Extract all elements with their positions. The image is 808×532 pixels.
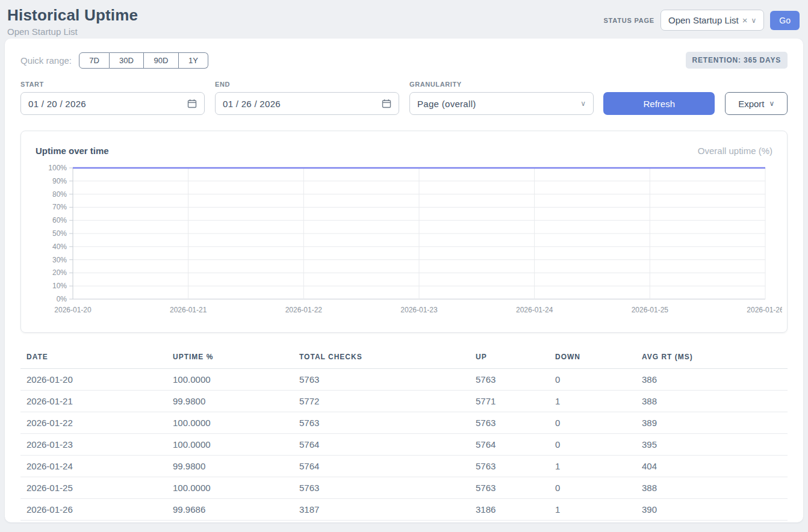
refresh-button[interactable]: Refresh [603, 92, 715, 115]
y-axis-tick-label: 30% [52, 256, 67, 264]
calendar-icon[interactable] [382, 99, 391, 108]
table-cell: 404 [636, 456, 788, 477]
y-axis-tick-label: 100% [48, 164, 67, 172]
x-axis-tick-label: 2026-01-23 [400, 306, 438, 314]
status-page-selected-value: Open Startup List [668, 15, 739, 25]
header-actions: STATUS PAGE Open Startup List × ∨ Go [603, 10, 800, 31]
status-page-select[interactable]: Open Startup List × ∨ [660, 10, 764, 31]
table-cell: 0 [549, 477, 636, 499]
clear-selection-icon[interactable]: × [742, 15, 748, 25]
quick-range-group-wrap: Quick range: 7D 30D 90D 1Y [20, 52, 208, 69]
table-cell: 3186 [470, 499, 549, 521]
y-axis-tick-label: 40% [52, 243, 67, 251]
table-row: 2026-01-20100.0000576357630386 [20, 369, 788, 391]
table-cell: 100.0000 [167, 412, 293, 434]
table-cell: 5763 [470, 369, 549, 391]
x-axis-tick-label: 2026-01-20 [54, 306, 92, 314]
chevron-down-icon: ∨ [769, 99, 775, 108]
table-cell: 99.9686 [167, 499, 293, 521]
y-axis-tick-label: 60% [52, 216, 67, 224]
granularity-label: GRANULARITY [409, 81, 594, 88]
start-date-input[interactable]: 01 / 20 / 2026 [20, 92, 205, 115]
quick-range-group: 7D 30D 90D 1Y [79, 52, 208, 69]
y-axis-tick-label: 20% [52, 268, 67, 277]
status-page-label: STATUS PAGE [603, 17, 654, 24]
chart-legend: Overall uptime (%) [698, 146, 772, 156]
table-cell: 386 [636, 369, 788, 391]
table-cell: 389 [636, 412, 788, 434]
quick-range-1y-button[interactable]: 1Y [179, 52, 208, 69]
table-cell: 5764 [293, 434, 470, 456]
table-cell: 0 [549, 369, 636, 391]
page-title: Historical Uptime [7, 6, 138, 25]
y-axis-tick-label: 70% [52, 203, 67, 211]
table-cell: 1 [549, 391, 636, 412]
quick-range-7d-button[interactable]: 7D [79, 52, 110, 69]
table-cell: 2026-01-24 [20, 456, 167, 477]
table-cell: 5763 [470, 412, 549, 434]
table-cell: 5763 [470, 456, 549, 477]
table-cell: 395 [636, 434, 788, 456]
quick-range-30d-button[interactable]: 30D [110, 52, 144, 69]
table-column-header: UP [470, 347, 549, 369]
table-row: 2026-01-2499.9800576457631404 [20, 456, 788, 477]
export-button-label: Export [738, 99, 764, 109]
controls-row: START 01 / 20 / 2026 END 01 / 26 / 2026 … [20, 81, 788, 115]
quick-range-90d-button[interactable]: 90D [144, 52, 179, 69]
table-cell: 2026-01-26 [20, 499, 167, 521]
table-cell: 0 [549, 412, 636, 434]
end-date-label: END [215, 81, 399, 88]
table-column-header: DATE [20, 347, 167, 369]
uptime-line-chart: 0%10%20%30%40%50%60%70%80%90%100%2026-01… [34, 162, 782, 320]
start-date-field: START 01 / 20 / 2026 [20, 81, 205, 115]
y-axis-tick-label: 10% [52, 282, 67, 290]
table-cell: 5763 [470, 477, 549, 499]
table-cell: 2026-01-20 [20, 369, 167, 391]
table-cell: 5764 [470, 434, 549, 456]
chart-title: Uptime over time [36, 146, 109, 156]
chevron-down-icon: ∨ [751, 16, 757, 25]
uptime-table: DATEUPTIME %TOTAL CHECKSUPDOWNAVG RT (MS… [20, 347, 788, 521]
retention-badge: RETENTION: 365 DAYS [686, 52, 788, 69]
table-cell: 100.0000 [167, 477, 293, 499]
end-date-input[interactable]: 01 / 26 / 2026 [215, 92, 399, 115]
table-row: 2026-01-2199.9800577257711388 [20, 391, 788, 412]
table-cell: 5764 [293, 456, 470, 477]
main-panel: Quick range: 7D 30D 90D 1Y RETENTION: 36… [5, 39, 803, 522]
table-column-header: TOTAL CHECKS [293, 347, 470, 369]
granularity-select[interactable]: Page (overall) ∨ [409, 92, 594, 115]
page-subtitle: Open Startup List [7, 26, 138, 37]
chevron-down-icon: ∨ [580, 99, 586, 108]
table-cell: 5763 [293, 369, 470, 391]
table-cell: 390 [636, 499, 788, 521]
table-cell: 1 [549, 499, 636, 521]
uptime-chart-card: Uptime over time Overall uptime (%) 0%10… [20, 131, 788, 333]
y-axis-tick-label: 80% [52, 190, 67, 199]
table-row: 2026-01-22100.0000576357630389 [20, 412, 788, 434]
table-cell: 5763 [293, 477, 470, 499]
y-axis-tick-label: 90% [52, 177, 67, 185]
export-button[interactable]: Export ∨ [725, 92, 788, 115]
start-date-label: START [20, 81, 205, 88]
go-button[interactable]: Go [770, 11, 800, 30]
table-cell: 0 [549, 434, 636, 456]
table-cell: 100.0000 [167, 434, 293, 456]
x-axis-tick-label: 2026-01-26 [747, 306, 782, 314]
start-date-value: 01 / 20 / 2026 [28, 99, 86, 109]
table-cell: 388 [636, 477, 788, 499]
x-axis-tick-label: 2026-01-21 [170, 306, 207, 314]
table-row: 2026-01-2699.9686318731861390 [20, 499, 788, 521]
table-cell: 99.9800 [167, 456, 293, 477]
calendar-icon[interactable] [187, 99, 197, 108]
top-header: Historical Uptime Open Startup List STAT… [0, 0, 808, 39]
quick-range-row: Quick range: 7D 30D 90D 1Y RETENTION: 36… [20, 52, 788, 69]
table-cell: 388 [636, 391, 788, 412]
x-axis-tick-label: 2026-01-22 [285, 306, 323, 314]
table-header-row: DATEUPTIME %TOTAL CHECKSUPDOWNAVG RT (MS… [20, 347, 788, 369]
table-cell: 2026-01-22 [20, 412, 167, 434]
table-cell: 3187 [293, 499, 470, 521]
table-cell: 1 [549, 456, 636, 477]
table-cell: 5763 [293, 412, 470, 434]
table-column-header: UPTIME % [167, 347, 293, 369]
title-block: Historical Uptime Open Startup List [7, 6, 138, 37]
